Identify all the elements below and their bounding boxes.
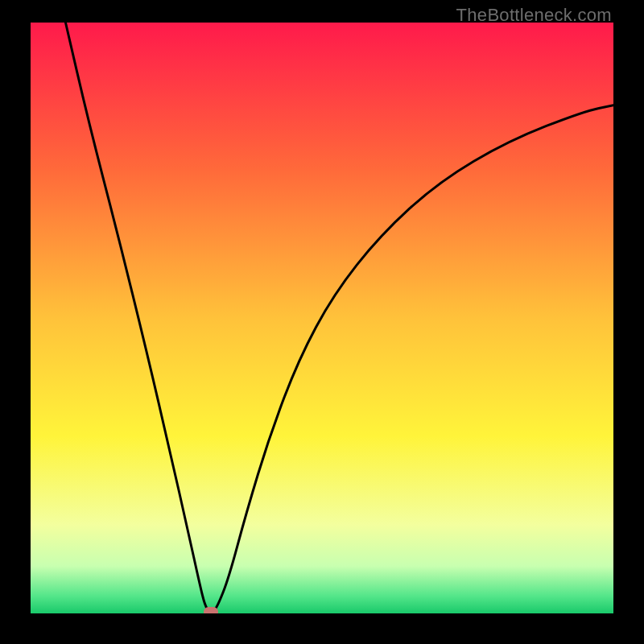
chart-container: TheBottleneck.com bbox=[0, 0, 644, 644]
optimal-point-marker bbox=[204, 607, 218, 613]
plot-area bbox=[31, 23, 613, 613]
bottleneck-curve bbox=[31, 23, 613, 613]
